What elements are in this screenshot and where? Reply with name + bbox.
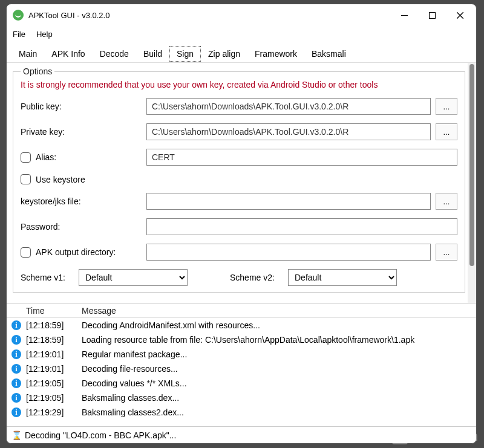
menubar: File Help bbox=[7, 26, 476, 42]
log-message: Decoding file-resources... bbox=[77, 364, 476, 374]
info-icon: i bbox=[11, 335, 21, 345]
log-time: [12:18:59] bbox=[26, 335, 77, 345]
public-key-label: Public key: bbox=[21, 102, 142, 111]
minimize-icon bbox=[401, 12, 408, 19]
log-message: Baksmaling classes.dex... bbox=[77, 393, 476, 403]
password-input[interactable] bbox=[146, 218, 457, 235]
private-key-label: Private key: bbox=[21, 127, 142, 137]
content-scrollbar[interactable] bbox=[468, 63, 476, 303]
tab-zip-align[interactable]: Zip align bbox=[201, 46, 247, 62]
options-group: Options It is strongly recommended that … bbox=[13, 67, 465, 293]
info-icon: i bbox=[11, 349, 21, 359]
log-row[interactable]: i[12:19:05]Baksmaling classes.dex... bbox=[7, 391, 476, 405]
log-time: [12:19:29] bbox=[26, 407, 77, 417]
tab-baksmali[interactable]: Baksmali bbox=[304, 46, 353, 62]
keystore-file-input[interactable] bbox=[146, 193, 431, 210]
maximize-icon bbox=[429, 12, 436, 19]
info-icon: i bbox=[11, 320, 21, 330]
info-icon: i bbox=[11, 407, 21, 417]
log-row[interactable]: i[12:18:59]Decoding AndroidManifest.xml … bbox=[7, 318, 476, 333]
log-row[interactable]: i[12:19:05]Decoding values */* XMLs... bbox=[7, 376, 476, 391]
keystore-browse-button[interactable]: ... bbox=[436, 193, 457, 210]
log-row[interactable]: i[12:19:01]Decoding file-resources... bbox=[7, 362, 476, 376]
log-header: Time Message bbox=[7, 304, 476, 318]
log-time: [12:19:05] bbox=[26, 393, 77, 403]
tab-build[interactable]: Build bbox=[136, 46, 169, 62]
menu-file[interactable]: File bbox=[13, 30, 25, 39]
log-header-message[interactable]: Message bbox=[77, 306, 476, 316]
log-panel: Time Message i[12:18:59]Decoding Android… bbox=[7, 303, 476, 426]
apk-output-input[interactable] bbox=[146, 244, 431, 261]
tab-sign[interactable]: Sign bbox=[169, 46, 201, 62]
private-key-browse-button[interactable]: ... bbox=[436, 123, 457, 140]
info-icon: i bbox=[11, 378, 21, 388]
titlebar: APKTool GUI - v3.0.2.0 bbox=[7, 4, 476, 26]
maximize-button[interactable] bbox=[418, 6, 446, 24]
log-row[interactable]: i[12:18:59]Loading resource table from f… bbox=[7, 333, 476, 347]
tab-decode[interactable]: Decode bbox=[93, 46, 136, 62]
use-keystore-label: Use keystore bbox=[36, 175, 85, 184]
use-keystore-checkbox[interactable] bbox=[21, 174, 31, 184]
close-button[interactable] bbox=[446, 6, 474, 24]
alias-label: Alias: bbox=[36, 152, 56, 162]
tab-main[interactable]: Main bbox=[11, 46, 44, 62]
keystore-file-label: keystore/jks file: bbox=[21, 196, 142, 206]
options-legend: Options bbox=[21, 67, 54, 76]
log-time: [12:19:05] bbox=[26, 378, 77, 388]
key-warning: It is strongly recommended that you use … bbox=[21, 80, 457, 89]
svg-rect-1 bbox=[429, 12, 435, 18]
private-key-input[interactable] bbox=[146, 123, 431, 140]
log-message: Loading resource table from file: C:\Use… bbox=[77, 335, 476, 345]
status-text: Decoding "LO4D.com - BBC APK.apk"... bbox=[25, 430, 176, 440]
alias-input[interactable] bbox=[146, 149, 457, 166]
scheme-v2-select[interactable]: Default bbox=[288, 269, 397, 286]
info-icon: i bbox=[11, 364, 21, 374]
apk-output-browse-button[interactable]: ... bbox=[436, 244, 457, 261]
log-time: [12:18:59] bbox=[26, 320, 77, 330]
statusbar: ⌛ Decoding "LO4D.com - BBC APK.apk"... bbox=[7, 426, 476, 443]
alias-checkbox[interactable] bbox=[21, 152, 31, 163]
public-key-input[interactable] bbox=[146, 98, 431, 115]
close-icon bbox=[457, 12, 463, 19]
tab-framework[interactable]: Framework bbox=[247, 46, 304, 62]
public-key-browse-button[interactable]: ... bbox=[436, 98, 457, 115]
info-icon: i bbox=[11, 393, 21, 403]
scheme-v1-select[interactable]: Default bbox=[79, 269, 188, 286]
menu-help[interactable]: Help bbox=[36, 30, 53, 39]
minimize-button[interactable] bbox=[390, 6, 418, 24]
apk-output-checkbox[interactable] bbox=[21, 247, 31, 258]
log-row[interactable]: i[12:19:01]Regular manifest package... bbox=[7, 347, 476, 362]
log-header-time[interactable]: Time bbox=[26, 306, 77, 316]
password-label: Password: bbox=[21, 222, 142, 232]
log-time: [12:19:01] bbox=[26, 364, 77, 374]
log-message: Baksmaling classes2.dex... bbox=[77, 407, 476, 417]
app-icon bbox=[13, 10, 24, 21]
app-window: APKTool GUI - v3.0.2.0 File Help Main AP… bbox=[6, 4, 477, 444]
log-message: Regular manifest package... bbox=[77, 349, 476, 359]
content-pane: Options It is strongly recommended that … bbox=[7, 62, 476, 303]
tab-apk-info[interactable]: APK Info bbox=[44, 46, 92, 62]
scheme-v1-label: Scheme v1: bbox=[21, 273, 73, 282]
log-row[interactable]: i[12:19:29]Baksmaling classes2.dex... bbox=[7, 405, 476, 420]
apk-output-label: APK output directory: bbox=[36, 247, 116, 257]
log-message: Decoding AndroidManifest.xml with resour… bbox=[77, 320, 476, 330]
tabbar: Main APK Info Decode Build Sign Zip alig… bbox=[7, 44, 476, 62]
log-message: Decoding values */* XMLs... bbox=[77, 378, 476, 388]
scheme-v2-label: Scheme v2: bbox=[230, 273, 282, 282]
window-title: APKTool GUI - v3.0.2.0 bbox=[28, 11, 110, 20]
log-time: [12:19:01] bbox=[26, 349, 77, 359]
hourglass-icon: ⌛ bbox=[11, 430, 20, 440]
